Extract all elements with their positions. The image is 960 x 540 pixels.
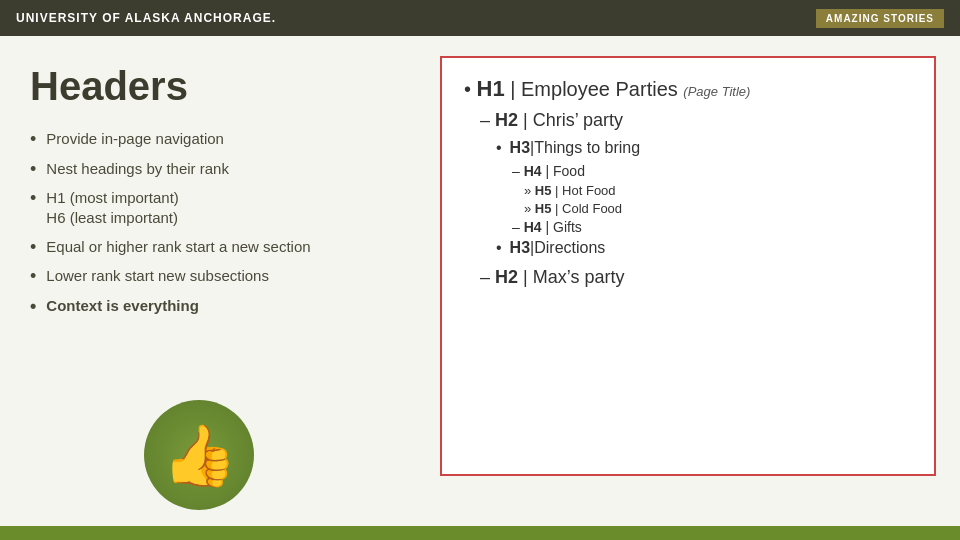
h5-arrow: » — [524, 183, 535, 198]
h1-sep: | — [510, 78, 521, 100]
page-title-label: (Page Title) — [683, 84, 750, 99]
list-item: Provide in-page navigation — [30, 129, 390, 151]
list-item-text: Nest headings by their rank — [46, 159, 229, 179]
h3-label: H3 — [510, 139, 530, 157]
h2-dash: – — [480, 110, 495, 130]
tagline-text: Amazing Stories — [826, 13, 934, 24]
thumbs-up-area: 👍 — [144, 400, 254, 510]
thumbs-up-icon: 👍 — [144, 400, 254, 510]
h4-label: H4 — [524, 163, 542, 179]
main-content: Headers Provide in-page navigation Nest … — [0, 36, 960, 540]
h4-sep-2: | — [545, 219, 553, 235]
h4-line-gifts: – H4 | Gifts — [512, 219, 912, 235]
h1-label: H1 — [477, 76, 505, 101]
h3-text: Things to bring — [534, 139, 640, 157]
h4-text: Food — [553, 163, 585, 179]
h3-label-2: H3 — [510, 239, 530, 257]
right-panel: • H1 | Employee Parties (Page Title) – H… — [420, 36, 960, 540]
h4-dash: – — [512, 163, 524, 179]
h3-line-things: H3 | Things to bring — [496, 139, 912, 157]
list-item: H1 (most important)H6 (least important) — [30, 188, 390, 229]
h5-arrow: » — [524, 201, 535, 216]
h5-text-2: Cold Food — [562, 201, 622, 216]
h5-line-cold-food: » H5 | Cold Food — [524, 201, 912, 216]
h2-line-max: – H2 | Max’s party — [480, 267, 912, 288]
top-bar: University of Alaska Anchorage. Amazing … — [0, 0, 960, 36]
h2-text: Chris’ party — [533, 110, 623, 130]
list-item: Nest headings by their rank — [30, 159, 390, 181]
h1-text: Employee Parties — [521, 78, 678, 100]
h5-text: Hot Food — [562, 183, 615, 198]
h4-label-2: H4 — [524, 219, 542, 235]
page-title: Headers — [30, 64, 390, 109]
h2-text-2: Max’s party — [533, 267, 625, 287]
list-item-text: Provide in-page navigation — [46, 129, 224, 149]
h3-text-2: Directions — [534, 239, 605, 257]
h3-line-directions: H3 | Directions — [496, 239, 912, 257]
h5-label: H5 — [535, 183, 552, 198]
list-item-text: Lower rank start new subsections — [46, 266, 269, 286]
h2-sep-2: | — [523, 267, 533, 287]
list-item-context: Context is everything — [30, 296, 390, 318]
bullet-list: Provide in-page navigation Nest headings… — [30, 129, 390, 317]
bottom-bar — [0, 526, 960, 540]
bullet-dot: • — [464, 78, 477, 100]
logo-text: University of Alaska Anchorage. — [16, 11, 276, 25]
h4-text-2: Gifts — [553, 219, 582, 235]
tagline-badge: Amazing Stories — [816, 9, 944, 28]
list-item: Lower rank start new subsections — [30, 266, 390, 288]
h2-label: H2 — [495, 110, 518, 130]
content-box: • H1 | Employee Parties (Page Title) – H… — [440, 56, 936, 476]
h1-line: • H1 | Employee Parties (Page Title) — [464, 76, 912, 102]
h2-label-2: H2 — [495, 267, 518, 287]
h2-dash-2: – — [480, 267, 495, 287]
list-item-text: H1 (most important)H6 (least important) — [46, 188, 179, 229]
h4-line-food: – H4 | Food — [512, 163, 912, 179]
h2-sep: | — [523, 110, 533, 130]
left-panel: Headers Provide in-page navigation Nest … — [0, 36, 420, 540]
h5-label-2: H5 — [535, 201, 552, 216]
university-logo: University of Alaska Anchorage. — [16, 11, 276, 25]
h4-sep: | — [545, 163, 553, 179]
list-item-equal-rank: Equal or higher rank start a new section — [30, 237, 390, 259]
list-item-text: Equal or higher rank start a new section — [46, 237, 310, 257]
h2-line-chris: – H2 | Chris’ party — [480, 110, 912, 131]
h4-dash-2: – — [512, 219, 524, 235]
list-item-text: Context is everything — [46, 296, 199, 316]
h5-line-hot-food: » H5 | Hot Food — [524, 183, 912, 198]
